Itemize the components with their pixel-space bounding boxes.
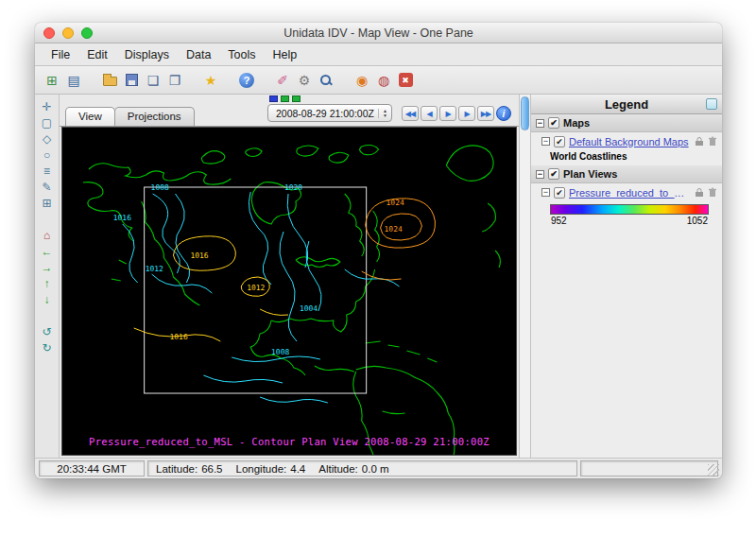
contour-label: 1012 — [146, 265, 163, 273]
annotate-icon[interactable]: ✎ — [39, 180, 56, 195]
trash-icon[interactable] — [708, 136, 717, 147]
resize-grip[interactable] — [708, 464, 719, 476]
find-data-icon[interactable] — [317, 71, 335, 90]
undo-view-icon[interactable]: ↺ — [39, 324, 56, 339]
clock-display: 20:33:44 GMT — [39, 460, 145, 476]
plan-views-visibility-checkbox[interactable]: ✔ — [548, 168, 559, 180]
timestep-indicator[interactable] — [269, 95, 278, 102]
collapse-icon[interactable]: − — [541, 137, 550, 146]
menu-data[interactable]: Data — [178, 48, 219, 61]
timestep-indicator[interactable] — [292, 95, 301, 102]
contour-label: 1024 — [387, 199, 404, 207]
pressure-display-link[interactable]: Pressure_reduced_to_M... — [569, 187, 691, 199]
go-to-end-button[interactable]: ▶▶ — [477, 106, 494, 121]
map-canvas: 1008 1016 1020 1012 1004 1008 1016 1012 … — [62, 128, 516, 455]
preferences-gear-icon[interactable]: ⚙ — [295, 71, 314, 90]
idv-globe-icon[interactable]: ◍ — [374, 71, 393, 90]
pan-right-icon[interactable]: → — [39, 260, 56, 275]
contour-label: 1016 — [190, 251, 208, 260]
collapse-icon[interactable]: − — [536, 119, 544, 128]
pan-down-icon[interactable]: ↓ — [39, 292, 56, 307]
save-bundle-icon[interactable] — [122, 71, 141, 90]
time-value: 2008-08-29 21:00:00Z — [276, 108, 374, 119]
contour-label: 1020 — [284, 183, 302, 192]
collapse-icon[interactable]: − — [541, 188, 550, 197]
menu-file[interactable]: File — [43, 48, 78, 61]
background-maps-link[interactable]: Default Background Maps — [569, 136, 691, 147]
rotate-view-icon[interactable]: ◇ — [39, 131, 56, 147]
question-mark-icon: ? — [239, 73, 254, 88]
paste-icon[interactable]: ❐ — [165, 71, 184, 90]
cursor-position-display: Latitude: 66.5 Longitude: 4.4 Altitude: … — [147, 460, 577, 476]
contours-yellow — [134, 236, 288, 341]
zoom-tool-icon[interactable]: ○ — [39, 147, 56, 163]
copy-icon[interactable]: ❏ — [144, 71, 163, 90]
contour-labels: 1008 1016 1020 1012 1004 1008 1016 1012 … — [113, 183, 404, 356]
open-favorites-folder-icon[interactable] — [100, 71, 119, 90]
zoom-window-button[interactable] — [81, 27, 93, 39]
altitude-label: Altitude: — [318, 463, 358, 475]
menubar: File Edit Displays Data Tools Help — [35, 43, 722, 66]
timestep-indicator[interactable] — [281, 95, 289, 102]
animation-properties-icon[interactable]: i — [496, 106, 511, 121]
play-button[interactable]: ▶ — [439, 106, 456, 121]
legend-header: Legend — [531, 95, 722, 114]
menu-displays[interactable]: Displays — [116, 48, 178, 61]
help-icon[interactable]: ? — [237, 71, 256, 90]
menu-tools[interactable]: Tools — [219, 48, 264, 61]
timestep-indicators[interactable] — [269, 95, 301, 102]
data-chooser-icon[interactable]: ▤ — [64, 71, 83, 90]
show-dashboard-icon[interactable]: ⊞ — [43, 71, 61, 90]
view-header: View Projections 2008-08-29 21:00:00Z ▲ — [60, 95, 519, 127]
view-list-icon[interactable]: ≡ — [39, 164, 56, 179]
background-maps-checkbox[interactable]: ✔ — [554, 136, 565, 147]
pressure-checkbox[interactable]: ✔ — [554, 187, 565, 199]
folder-icon — [103, 77, 117, 86]
pan-left-icon[interactable]: ← — [39, 244, 56, 259]
cancel-loads-icon[interactable]: ✖ — [396, 71, 415, 90]
support-icon[interactable]: ◉ — [352, 71, 371, 90]
toggle-grid-icon[interactable]: ⊞ — [39, 196, 56, 211]
content-area: ✛ ▢ ◇ ○ ≡ ✎ ⊞ ⌂ ← → ↑ ↓ ↺ ↻ View Project… — [35, 95, 722, 458]
spinner-down-icon[interactable]: ▼ — [383, 113, 387, 118]
titlebar: Unidata IDV - Map View - One Pane — [35, 23, 722, 43]
float-legend-icon[interactable] — [706, 98, 717, 110]
trash-icon[interactable] — [708, 187, 717, 198]
pan-up-icon[interactable]: ↑ — [39, 276, 56, 291]
contour-label: 1016 — [170, 333, 188, 341]
tab-view[interactable]: View — [65, 107, 115, 126]
collapse-icon[interactable]: − — [536, 170, 544, 179]
pressure-colorbar[interactable] — [550, 204, 709, 215]
lock-icon[interactable] — [695, 187, 704, 198]
minimize-window-button[interactable] — [62, 27, 74, 39]
lock-icon[interactable] — [695, 136, 704, 147]
erase-icon[interactable]: ✐ — [273, 71, 292, 90]
step-forward-button[interactable]: ▶ — [458, 106, 475, 121]
legend-item-pressure: − ✔ Pressure_reduced_to_M... — [531, 183, 722, 201]
legend-title: Legend — [605, 97, 648, 112]
menu-help[interactable]: Help — [265, 48, 306, 61]
go-to-start-button[interactable]: ◀◀ — [402, 106, 419, 121]
maps-visibility-checkbox[interactable]: ✔ — [548, 117, 559, 129]
longitude-value: 4.4 — [290, 463, 305, 475]
tab-projections[interactable]: Projections — [114, 107, 195, 126]
favorites-star-icon[interactable]: ★ — [201, 71, 220, 90]
vertical-scrollbar[interactable] — [519, 95, 531, 458]
altitude-value: 0.0 m — [362, 463, 389, 475]
select-region-icon[interactable]: ▢ — [39, 115, 56, 130]
redo-view-icon[interactable]: ↻ — [39, 340, 56, 355]
step-back-button[interactable]: ◀ — [421, 106, 438, 121]
time-dropdown[interactable]: 2008-08-29 21:00:00Z ▲ ▼ — [267, 104, 392, 122]
menu-edit[interactable]: Edit — [78, 48, 116, 61]
main-toolbar: ⊞ ▤ ❏ ❐ ★ ? ✐ ⚙ ◉ ◍ ✖ — [35, 66, 722, 95]
scrollbar-thumb[interactable] — [521, 96, 529, 130]
pan-tool-icon[interactable]: ✛ — [39, 99, 56, 114]
display-caption: Pressure_reduced_to_MSL - Contour Plan V… — [62, 436, 516, 447]
animation-controls: ◀◀ ◀ ▶ ▶ ▶▶ i — [402, 106, 511, 121]
legend-item-background-maps: − ✔ Default Background Maps — [531, 132, 722, 150]
map-display[interactable]: 1008 1016 1020 1012 1004 1008 1016 1012 … — [61, 127, 517, 456]
home-view-icon[interactable]: ⌂ — [39, 228, 56, 243]
longitude-label: Longitude: — [236, 463, 287, 475]
close-window-button[interactable] — [43, 27, 55, 39]
time-spinner[interactable]: ▲ ▼ — [378, 109, 391, 118]
